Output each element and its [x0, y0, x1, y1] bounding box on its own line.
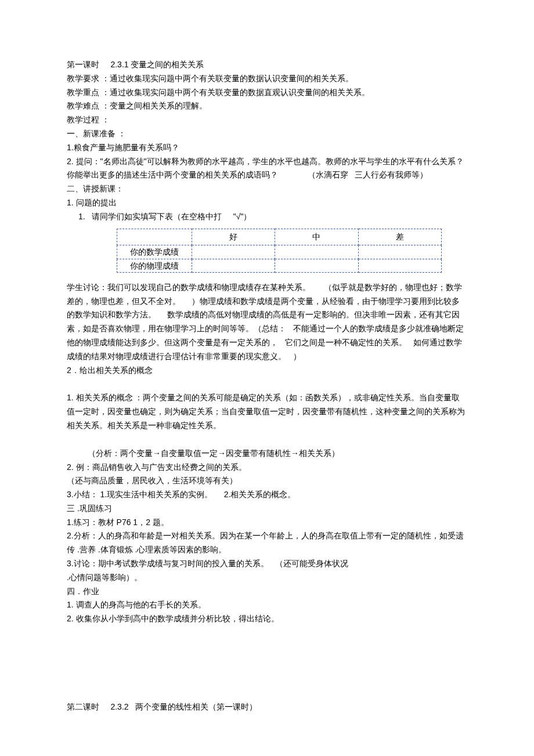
section-prep-heading: 一、新课准备 ：: [67, 127, 467, 141]
table-head-mid: 中: [275, 229, 358, 245]
row-math-poor: [358, 245, 441, 259]
row-phys-poor: [358, 259, 441, 272]
row-math-mid: [275, 245, 358, 259]
exercise-1: 1.练习：教材 P76 1，2 题。: [67, 516, 467, 530]
row-math-good: [192, 245, 275, 259]
lesson2-header: 第二课时 2.3.2 两个变量的线性相关（第一课时）: [67, 700, 467, 714]
lesson1-header: 第一课时 2.3.1 变量之间的相关关系: [67, 58, 467, 72]
teaching-focus: 教学重点 ：通过收集现实问题中两个有关联变量的数据直观认识变量间的相关关系。: [67, 86, 467, 100]
table-head-good: 好: [192, 229, 275, 245]
concept-3: 3.小结： 1.现实生活中相关关系的实例。 2.相关关系的概念。: [67, 488, 467, 502]
section-practice-heading: 三 .巩固练习: [67, 502, 467, 516]
concept-1: 1. 相关关系的概念 ：两个变量之间的关系可能是确定的关系（如：函数关系），或非…: [67, 391, 467, 432]
row-phys-good: [192, 259, 275, 272]
analysis-line: （分析：两个变量→自变量取值一定→因变量带有随机性→相关关系）: [67, 447, 467, 461]
row-math-label: 你的数学成绩: [117, 245, 192, 259]
homework-1: 1. 调查人的身高与他的右手长的关系。: [67, 598, 467, 612]
table-row: 你的数学成绩: [117, 245, 442, 259]
table-head-poor: 差: [358, 229, 441, 245]
discussion-paragraph: 学生讨论：我们可以发现自己的数学成绩和物理成绩存在某种关系。 （似乎就是数学好的…: [67, 281, 467, 364]
teaching-requirement: 教学要求 ：通过收集现实问题中两个有关联变量的数据认识变量间的相关关系。: [67, 72, 467, 86]
prep-question-1: 1.粮食产量与施肥量有关系吗？: [67, 141, 467, 155]
exercise-3b: .心情问题等影响）。: [67, 571, 467, 585]
teaching-process: 教学过程 ：: [67, 113, 467, 127]
grade-table: 好 中 差 你的数学成绩 你的物理成绩: [117, 229, 442, 273]
section-teach-heading: 二、讲授新课：: [67, 182, 467, 196]
section-homework-heading: 四．作业: [67, 585, 467, 599]
document-page: 第一课时 2.3.1 变量之间的相关关系 教学要求 ：通过收集现实问题中两个有关…: [0, 0, 534, 756]
row-phys-mid: [275, 259, 358, 272]
table-row: 你的物理成绩: [117, 259, 442, 272]
row-phys-label: 你的物理成绩: [117, 259, 192, 272]
topic1-item1: 1. 请同学们如实填写下表（在空格中打 "√"）: [67, 210, 467, 224]
exercise-3a: 3.讨论：期中考试数学成绩与复习时间的投入量的关系。 （还可能受身体状况: [67, 557, 467, 571]
table-head-blank: [117, 229, 192, 245]
exercise-2: 2.分析：人的身高和年龄是一对相关关系。因为在某一个年龄上，人的身高在取值上带有…: [67, 529, 467, 557]
topic2-heading: 2．给出相关关系的概念: [67, 364, 467, 378]
concept-2: 2. 例：商品销售收入与广告支出经费之间的关系。: [67, 461, 467, 475]
homework-2: 2. 收集你从小学到高中的数学成绩并分析比较，得出结论。: [67, 612, 467, 626]
prep-question-2: 2. 提问："名师出高徒"可以解释为教师的水平越高，学生的水平也越高。教师的水平…: [67, 155, 467, 183]
topic1-heading: 1. 问题的提出: [67, 196, 467, 210]
teaching-difficulty: 教学难点 ：变量之间相关关系的理解。: [67, 99, 467, 113]
concept-2b: （还与商品质量，居民收入，生活环境等有关）: [67, 474, 467, 488]
